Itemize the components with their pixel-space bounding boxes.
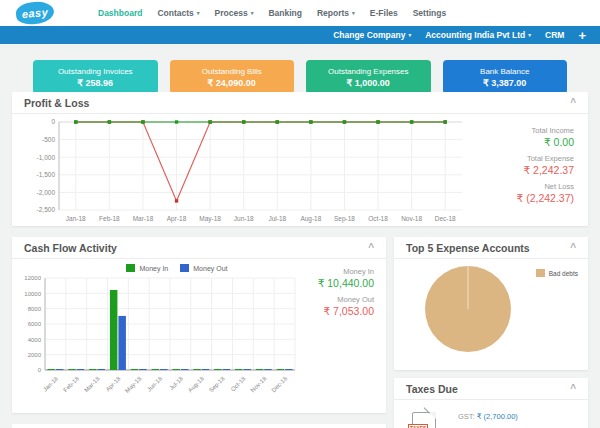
svg-text:Feb-18: Feb-18 (62, 375, 80, 393)
profit-loss-body: 0-500-1,000-1,500-2,000-2,500Jan-18Feb-1… (12, 114, 588, 230)
svg-text:Dec-18: Dec-18 (435, 215, 456, 222)
svg-text:Jan-18: Jan-18 (42, 375, 60, 393)
logo-text: easy (21, 6, 48, 20)
svg-text:Apr-18: Apr-18 (167, 215, 187, 223)
collapse-icon[interactable]: ^ (570, 98, 576, 108)
money-out-swatch-icon (180, 264, 189, 272)
taxes-document-icon: TAXES (412, 412, 436, 428)
gst-label: GST: (458, 412, 475, 421)
nav-item-banking[interactable]: Banking (268, 8, 302, 18)
svg-text:-1,500: -1,500 (37, 171, 56, 178)
nav-item-dashboard[interactable]: Dashboard (98, 8, 142, 18)
svg-text:Mar-18: Mar-18 (133, 215, 154, 222)
svg-text:Feb-18: Feb-18 (99, 215, 120, 222)
svg-text:Jun-18: Jun-18 (146, 375, 164, 393)
nav-item-reports[interactable]: Reports▾ (317, 8, 355, 18)
svg-text:6000: 6000 (28, 321, 42, 327)
net-loss: Net Loss ₹ (2,242.37) (472, 182, 574, 204)
panel-title: Taxes Due (406, 383, 458, 395)
expense-accounts-panel: Top 5 Expense Accounts ^ Bad debts (394, 237, 588, 370)
app-logo[interactable]: easy (15, 0, 55, 25)
taxes-band-label: TAXES (408, 424, 428, 428)
svg-text:12000: 12000 (24, 275, 41, 281)
nav-item-efiles[interactable]: E-Files (370, 8, 398, 18)
cash-flow-header: Cash Flow Activity ^ (12, 237, 386, 259)
taxes-due-header: Taxes Due ^ (394, 378, 588, 400)
svg-text:Nov-18: Nov-18 (401, 215, 422, 222)
panel-title: Top 5 Expense Accounts (406, 242, 530, 254)
card-outstanding-invoices[interactable]: Outstanding Invoices ₹ 258.96 (33, 60, 158, 94)
svg-text:Aug-18: Aug-18 (187, 375, 205, 393)
nav-item-contacts[interactable]: Contacts▾ (157, 8, 199, 18)
chevron-down-icon: ▾ (352, 10, 355, 16)
svg-text:May-18: May-18 (124, 375, 143, 394)
gst-amount-link[interactable]: ₹ (2,700.00) (477, 412, 518, 421)
bad-debts-swatch-icon (536, 269, 545, 277)
card-bank-balance[interactable]: Bank Balance ₹ 3,387.00 (443, 60, 568, 94)
svg-text:Oct-18: Oct-18 (230, 375, 247, 392)
svg-text:Oct-18: Oct-18 (368, 215, 388, 222)
collapse-icon[interactable]: ^ (570, 384, 576, 394)
dashboard-page: easy Dashboard Contacts▾ Process▾ Bankin… (0, 0, 600, 428)
chevron-down-icon: ▾ (528, 32, 531, 38)
svg-text:Aug-18: Aug-18 (300, 215, 321, 223)
change-company-dropdown[interactable]: Change Company▾ (333, 30, 411, 40)
summary-cards-row: Outstanding Invoices ₹ 258.96 Outstandin… (33, 60, 567, 94)
company-name-dropdown[interactable]: Accounting India Pvt Ltd▾ (425, 30, 531, 40)
svg-text:0: 0 (51, 118, 55, 125)
card-label: Outstanding Bills (202, 67, 262, 76)
nav-item-process[interactable]: Process▾ (215, 8, 254, 18)
card-outstanding-bills[interactable]: Outstanding Bills ₹ 24,090.00 (170, 60, 295, 94)
chevron-down-icon: ▾ (197, 10, 200, 16)
cash-flow-chart-area: Money In Money Out 020004000600080001000… (12, 259, 312, 406)
expense-accounts-body: Bad debts (394, 259, 588, 369)
svg-text:Apr-18: Apr-18 (105, 375, 122, 392)
taxes-due-body: TAXES GST: ₹ (2,700.00) (394, 400, 588, 428)
top-navigation: easy Dashboard Contacts▾ Process▾ Bankin… (0, 0, 600, 26)
svg-text:4000: 4000 (28, 337, 42, 343)
svg-text:May-18: May-18 (199, 215, 221, 223)
svg-text:0: 0 (38, 367, 42, 373)
cash-flow-chart: 020004000600080001000012000Jan-18Feb-18M… (12, 272, 312, 406)
svg-text:-2,000: -2,000 (37, 189, 56, 196)
svg-text:Nov-18: Nov-18 (250, 375, 268, 393)
chevron-down-icon: ▾ (408, 32, 411, 38)
next-panel-sliver (12, 424, 386, 428)
taxes-due-panel: Taxes Due ^ TAXES GST: ₹ (2,700.00) (394, 378, 588, 428)
card-label: Outstanding Expenses (328, 67, 409, 76)
svg-text:Sep-18: Sep-18 (208, 375, 226, 393)
pie-legend: Bad debts (536, 269, 578, 277)
svg-text:Jun-18: Jun-18 (234, 215, 254, 222)
svg-text:8000: 8000 (28, 306, 42, 312)
nav-item-settings[interactable]: Settings (413, 8, 447, 18)
card-value: ₹ 1,000.00 (347, 78, 390, 88)
svg-text:Jan-18: Jan-18 (66, 215, 86, 222)
gst-line: GST: ₹ (2,700.00) (458, 412, 518, 428)
total-income: Total Income ₹ 0.00 (472, 126, 574, 148)
crm-link[interactable]: CRM (545, 30, 564, 40)
svg-text:2000: 2000 (28, 352, 42, 358)
cash-flow-legend: Money In Money Out (42, 264, 312, 272)
main-menu: Dashboard Contacts▾ Process▾ Banking Rep… (98, 8, 446, 18)
cash-flow-summary: Money In ₹ 10,440.00 Money Out ₹ 7,053.0… (312, 259, 386, 406)
svg-text:Dec-18: Dec-18 (270, 375, 288, 393)
legend-money-out: Money Out (180, 264, 227, 272)
collapse-icon[interactable]: ^ (570, 243, 576, 253)
svg-text:10000: 10000 (24, 291, 41, 297)
profit-loss-chart: 0-500-1,000-1,500-2,000-2,500Jan-18Feb-1… (12, 114, 472, 230)
add-icon[interactable]: + (578, 29, 586, 42)
card-value: ₹ 258.96 (77, 78, 113, 88)
svg-text:-500: -500 (42, 136, 55, 143)
collapse-icon[interactable]: ^ (368, 243, 374, 253)
card-outstanding-expenses[interactable]: Outstanding Expenses ₹ 1,000.00 (306, 60, 431, 94)
chevron-down-icon: ▾ (251, 10, 254, 16)
profit-loss-header: Profit & Loss ^ (12, 92, 588, 114)
profit-loss-panel: Profit & Loss ^ 0-500-1,000-1,500-2,000-… (12, 92, 588, 226)
cash-flow-body: Money In Money Out 020004000600080001000… (12, 259, 386, 406)
card-value: ₹ 24,090.00 (208, 78, 256, 88)
svg-text:Mar-18: Mar-18 (83, 375, 101, 393)
panel-title: Profit & Loss (24, 97, 89, 109)
cash-flow-panel: Cash Flow Activity ^ Money In Money Out … (12, 237, 386, 413)
svg-text:-2,500: -2,500 (37, 206, 56, 213)
card-label: Bank Balance (480, 67, 529, 76)
